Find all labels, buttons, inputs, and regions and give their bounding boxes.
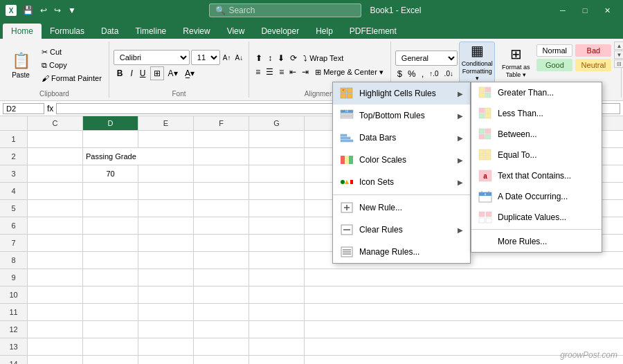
list-item[interactable] bbox=[194, 356, 249, 364]
close-btn[interactable]: ✕ bbox=[597, 3, 617, 17]
list-item[interactable] bbox=[83, 217, 138, 234]
increase-font-btn[interactable]: A↑ bbox=[222, 54, 233, 62]
good-style[interactable]: Good bbox=[536, 59, 572, 71]
bad-style[interactable]: Bad bbox=[575, 44, 611, 57]
neutral-style[interactable]: Neutral bbox=[575, 59, 611, 71]
tab-home[interactable]: Home bbox=[3, 24, 42, 39]
maximize-btn[interactable]: □ bbox=[575, 3, 595, 17]
col-header-e[interactable]: E bbox=[138, 116, 194, 130]
search-input[interactable] bbox=[228, 6, 355, 15]
tab-view[interactable]: View bbox=[219, 24, 253, 39]
list-item[interactable] bbox=[83, 338, 138, 355]
list-item[interactable] bbox=[83, 321, 138, 338]
list-item[interactable] bbox=[194, 217, 249, 234]
format-painter-button[interactable]: 🖌 Format Painter bbox=[39, 73, 105, 84]
decrease-font-btn[interactable]: A↓ bbox=[233, 54, 244, 62]
submenu-more-rules[interactable]: More Rules... bbox=[471, 231, 602, 252]
submenu-less-than[interactable]: Less Than... bbox=[471, 103, 602, 124]
list-item[interactable]: Passing Grade bbox=[83, 148, 194, 165]
col-header-d[interactable]: D bbox=[83, 116, 138, 130]
list-item[interactable] bbox=[138, 131, 194, 147]
col-header-f[interactable]: F bbox=[194, 116, 249, 130]
list-item[interactable] bbox=[249, 304, 305, 320]
merge-center-button[interactable]: ⊞ Merge & Center ▾ bbox=[312, 66, 386, 78]
submenu-date-occurring[interactable]: A A Date Occurring... bbox=[471, 186, 602, 207]
cf-item-icon-sets[interactable]: Icon Sets ▶ bbox=[333, 171, 470, 193]
number-format-select[interactable]: General Number Currency bbox=[395, 51, 458, 66]
cf-item-clear-rules[interactable]: Clear Rules ▶ bbox=[333, 219, 470, 241]
search-box[interactable]: 🔍 bbox=[209, 3, 361, 17]
list-item[interactable] bbox=[138, 183, 194, 199]
list-item[interactable] bbox=[194, 131, 249, 147]
italic-btn[interactable]: I bbox=[127, 67, 135, 80]
list-item[interactable] bbox=[249, 217, 305, 234]
list-item[interactable] bbox=[194, 286, 249, 303]
list-item[interactable] bbox=[28, 148, 83, 165]
cut-button[interactable]: ✂ Cut bbox=[39, 46, 105, 58]
list-item[interactable] bbox=[28, 286, 83, 303]
list-item[interactable] bbox=[249, 252, 305, 269]
tab-pdfelement[interactable]: PDFElement bbox=[341, 24, 405, 39]
comma-btn[interactable]: , bbox=[419, 67, 426, 80]
list-item[interactable] bbox=[194, 235, 249, 251]
list-item[interactable] bbox=[249, 356, 305, 364]
tab-data[interactable]: Data bbox=[93, 24, 127, 39]
function-wizard-btn[interactable]: fx bbox=[47, 104, 53, 113]
list-item[interactable] bbox=[138, 235, 194, 251]
align-center-btn[interactable]: ☰ bbox=[264, 66, 276, 78]
submenu-equal-to[interactable]: Equal To... bbox=[471, 145, 602, 165]
decrease-decimal-btn[interactable]: .0↓ bbox=[442, 69, 455, 79]
list-item[interactable] bbox=[249, 131, 305, 147]
list-item[interactable] bbox=[28, 235, 83, 251]
align-bottom-btn[interactable]: ⬇ bbox=[276, 52, 287, 64]
format-as-table-button[interactable]: ⊞ Format asTable ▾ bbox=[498, 42, 534, 83]
cf-item-new-rule[interactable]: New Rule... bbox=[333, 197, 470, 219]
bold-btn[interactable]: B bbox=[114, 66, 127, 80]
qat-dropdown[interactable]: ▼ bbox=[66, 4, 78, 17]
list-item[interactable] bbox=[194, 200, 249, 217]
list-item[interactable] bbox=[194, 304, 249, 320]
cf-item-manage-rules[interactable]: Manage Rules... bbox=[333, 241, 470, 263]
list-item[interactable] bbox=[138, 200, 194, 217]
list-item[interactable] bbox=[83, 131, 138, 147]
list-item[interactable] bbox=[194, 252, 249, 269]
tab-timeline[interactable]: Timeline bbox=[127, 24, 174, 39]
list-item[interactable] bbox=[138, 165, 194, 182]
cf-dropdown[interactable]: < Highlight Cells Rules ▶ 10 Top/Bottom … bbox=[332, 82, 471, 264]
list-item[interactable] bbox=[28, 304, 83, 320]
list-item[interactable] bbox=[28, 183, 83, 199]
cf-item-data-bars[interactable]: Data Bars ▶ bbox=[333, 127, 470, 149]
name-box[interactable] bbox=[3, 103, 44, 114]
normal-style[interactable]: Normal bbox=[536, 44, 572, 57]
list-item[interactable] bbox=[249, 286, 305, 303]
list-item[interactable] bbox=[83, 304, 138, 320]
list-item[interactable] bbox=[249, 235, 305, 251]
list-item[interactable] bbox=[83, 356, 138, 364]
border-btn[interactable]: ⊞ bbox=[150, 66, 164, 80]
list-item[interactable] bbox=[138, 304, 194, 320]
list-item[interactable] bbox=[249, 183, 305, 199]
list-item[interactable] bbox=[28, 356, 83, 364]
font-color-btn[interactable]: A̲▾ bbox=[182, 67, 197, 80]
tab-formulas[interactable]: Formulas bbox=[42, 24, 93, 39]
font-family-select[interactable]: Calibri bbox=[114, 50, 190, 65]
redo-qat-btn[interactable]: ↪ bbox=[52, 4, 63, 17]
list-item[interactable] bbox=[138, 356, 194, 364]
cf-item-highlight-cells[interactable]: < Highlight Cells Rules ▶ bbox=[333, 82, 470, 104]
list-item[interactable] bbox=[28, 269, 83, 286]
copy-button[interactable]: ⧉ Copy bbox=[39, 60, 105, 71]
list-item[interactable] bbox=[249, 338, 305, 355]
submenu-duplicate-values[interactable]: Duplicate Values... bbox=[471, 207, 602, 228]
list-item[interactable] bbox=[28, 217, 83, 234]
col-header-g[interactable]: G bbox=[249, 116, 305, 130]
wrap-text-button[interactable]: ⤵ Wrap Text bbox=[300, 53, 346, 64]
list-item[interactable] bbox=[138, 217, 194, 234]
decrease-indent-btn[interactable]: ⇤ bbox=[287, 66, 298, 78]
tab-developer[interactable]: Developer bbox=[253, 24, 307, 39]
increase-decimal-btn[interactable]: ↑.0 bbox=[427, 69, 440, 79]
align-top-btn[interactable]: ⬆ bbox=[253, 52, 264, 64]
align-middle-btn[interactable]: ↕ bbox=[266, 52, 274, 64]
list-item[interactable] bbox=[194, 269, 249, 286]
list-item[interactable] bbox=[138, 252, 194, 269]
text-angle-btn[interactable]: ⟳ bbox=[288, 52, 299, 64]
